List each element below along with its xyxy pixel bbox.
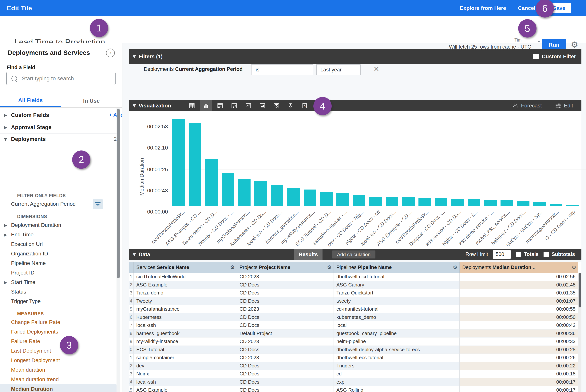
table-cell[interactable]: myGrafanaInstance bbox=[134, 305, 237, 313]
sidebar-measure-item[interactable]: Failed Deployments bbox=[0, 327, 116, 336]
table-cell[interactable]: Tanzu Quickstart bbox=[334, 289, 460, 297]
sidebar-dimension-item[interactable]: Status bbox=[0, 287, 116, 296]
table-cell[interactable]: 00:01:35 bbox=[460, 289, 579, 297]
sidebar-dimension-item[interactable]: Trigger Type bbox=[0, 296, 116, 306]
table-scrollbar-thumb[interactable] bbox=[579, 273, 581, 308]
table-cell[interactable]: Kubernetes bbox=[134, 313, 237, 322]
table-cell[interactable]: tweety bbox=[334, 297, 460, 305]
table-cell[interactable]: CD Docs bbox=[237, 378, 334, 386]
table-row[interactable]: 11sample-containerCD 2023dbothwell-ecs-t… bbox=[129, 354, 582, 362]
column-gear-icon[interactable]: ⚙ bbox=[230, 264, 235, 270]
bar[interactable] bbox=[484, 200, 497, 206]
filter-field-button[interactable] bbox=[93, 199, 103, 209]
table-cell[interactable]: 00:01:07 bbox=[460, 297, 579, 305]
bar[interactable] bbox=[320, 192, 333, 206]
table-cell[interactable]: ASG Example bbox=[134, 281, 237, 289]
bar[interactable] bbox=[304, 190, 316, 206]
table-cell[interactable]: my-wildfly-instance bbox=[134, 338, 237, 346]
table-cell[interactable]: guestbook_canary_pipeline bbox=[334, 330, 460, 338]
group-custom-fields[interactable]: ▶ Custom Fields + Add bbox=[0, 109, 116, 121]
table-cell[interactable]: CD Docs bbox=[237, 313, 334, 322]
table-cell[interactable]: Nginx bbox=[134, 370, 237, 378]
table-cell[interactable]: 00:02:48 bbox=[460, 281, 579, 289]
bar[interactable] bbox=[533, 202, 546, 206]
add-calculation-button[interactable]: Add calculation bbox=[332, 250, 375, 258]
table-cell[interactable]: dbothwell-cicd-tutorial bbox=[334, 273, 460, 281]
table-cell[interactable]: 00:00:55 bbox=[460, 305, 579, 313]
tab-all-fields[interactable]: All Fields bbox=[0, 94, 61, 107]
table-cell[interactable]: CD Docs bbox=[237, 386, 334, 392]
group-approval-stage[interactable]: ▶ Approval Stage bbox=[0, 121, 116, 134]
table-cell[interactable]: 00:00:26 bbox=[460, 354, 579, 362]
bar-chart-viz-icon[interactable] bbox=[214, 100, 226, 111]
sidebar-scrollbar-thumb[interactable] bbox=[117, 109, 120, 278]
area-chart-viz-icon[interactable] bbox=[256, 100, 268, 111]
table-cell[interactable]: ASG Example bbox=[134, 386, 237, 392]
totals-toggle[interactable]: Totals bbox=[516, 252, 539, 257]
table-row[interactable]: 3Tanzu demoCD DocsTanzu Quickstart00:01:… bbox=[129, 289, 582, 297]
sidebar-measure-item[interactable]: Mean duration bbox=[0, 365, 116, 375]
bar[interactable] bbox=[517, 201, 530, 206]
filters-section-header[interactable]: ▼ Filters (1) Custom Filter bbox=[129, 49, 582, 64]
table-row[interactable]: 2ASG ExampleCD DocsASG Canary00:02:48 bbox=[129, 281, 582, 289]
run-button[interactable]: Run bbox=[542, 39, 567, 50]
table-row[interactable]: 8harness_guestbookDefault Projectguestbo… bbox=[129, 330, 582, 338]
expand-caret-icon[interactable]: ▶ bbox=[0, 113, 11, 118]
expand-caret-icon[interactable]: ▶ bbox=[0, 280, 11, 285]
table-row[interactable]: 5myGrafanaInstanceCD 2023cd-manifest-tut… bbox=[129, 305, 582, 313]
table-row[interactable]: 10ECS TutorialCD Docsdbothwell-deploy-al… bbox=[129, 346, 582, 354]
table-cell[interactable]: CD Docs bbox=[237, 321, 334, 330]
sidebar-measure-item[interactable]: Change Failure Rate bbox=[0, 318, 116, 327]
table-cell[interactable]: CD Docs bbox=[237, 281, 334, 289]
table-cell[interactable]: kubernetes_demo bbox=[334, 313, 460, 322]
bar[interactable] bbox=[189, 123, 201, 206]
table-row[interactable]: 13NginxCD Docscd00:00:18 bbox=[129, 370, 582, 378]
bar[interactable] bbox=[271, 185, 283, 206]
query-settings-gear-icon[interactable]: ⚙ bbox=[571, 40, 578, 50]
bar[interactable] bbox=[254, 181, 267, 206]
table-cell[interactable]: exp bbox=[334, 378, 460, 386]
bar[interactable] bbox=[501, 200, 513, 206]
sidebar-dimension-item[interactable]: ▶Deployment Duration bbox=[0, 220, 116, 230]
sidebar-dimension-item[interactable]: ▶Start Time bbox=[0, 278, 116, 287]
column-gear-icon[interactable]: ⚙ bbox=[572, 264, 576, 270]
table-cell[interactable]: CD Docs bbox=[237, 346, 334, 354]
table-row[interactable]: 15ASG ExampleCD DocsASG Rolling00:00:17 bbox=[129, 386, 582, 392]
table-row[interactable]: 9my-wildfly-instanceCD 2023helm-pipeline… bbox=[129, 338, 582, 346]
table-cell[interactable]: 00:00:22 bbox=[460, 362, 579, 370]
cancel-button[interactable]: Cancel bbox=[518, 5, 535, 11]
timezone-chevron-icon[interactable]: ⌄ bbox=[537, 38, 541, 43]
bar[interactable] bbox=[336, 193, 349, 206]
table-cell[interactable]: 00:00:17 bbox=[460, 386, 579, 392]
results-tab[interactable]: Results bbox=[294, 249, 323, 260]
field-search-box[interactable] bbox=[6, 72, 115, 85]
table-cell[interactable]: 00:00:17 bbox=[460, 378, 579, 386]
single-value-viz-icon[interactable]: 6 bbox=[299, 100, 311, 111]
table-cell[interactable]: CD 2023 bbox=[237, 305, 334, 313]
column-gear-icon[interactable]: ⚙ bbox=[453, 264, 458, 270]
sidebar-dimension-item[interactable]: Organization ID bbox=[0, 249, 116, 258]
sidebar-dimension-item[interactable]: Execution Url bbox=[0, 240, 116, 249]
collapse-caret-icon[interactable]: ▼ bbox=[133, 252, 136, 257]
bar[interactable] bbox=[238, 179, 251, 206]
table-cell[interactable]: 00:00:42 bbox=[460, 321, 579, 330]
column-chart-viz-icon[interactable] bbox=[200, 100, 212, 111]
table-cell[interactable]: cicdTutorialHelloWorld bbox=[134, 273, 237, 281]
bar[interactable] bbox=[172, 119, 185, 206]
bar[interactable] bbox=[435, 198, 447, 206]
explore-from-here-button[interactable]: Explore from Here bbox=[460, 5, 506, 11]
table-cell[interactable]: CD 2023 bbox=[237, 338, 334, 346]
bar[interactable] bbox=[550, 204, 563, 206]
line-chart-viz-icon[interactable] bbox=[242, 100, 254, 111]
table-cell[interactable]: dbothwell-ecs-tutorial bbox=[334, 354, 460, 362]
table-viz-icon[interactable] bbox=[186, 100, 198, 111]
bar[interactable] bbox=[566, 205, 579, 206]
table-cell[interactable]: cd bbox=[334, 370, 460, 378]
collapse-caret-icon[interactable]: ▼ bbox=[133, 54, 136, 59]
bar[interactable] bbox=[205, 159, 218, 206]
table-cell[interactable]: dbothwell-deploy-alpha-service-to-ecs bbox=[334, 346, 460, 354]
expand-caret-icon[interactable]: ▶ bbox=[0, 232, 11, 237]
add-custom-field-button[interactable]: + Add bbox=[109, 112, 122, 118]
table-cell[interactable]: 00:00:18 bbox=[460, 370, 579, 378]
sidebar-measure-item[interactable]: Failure Rate bbox=[0, 336, 116, 346]
